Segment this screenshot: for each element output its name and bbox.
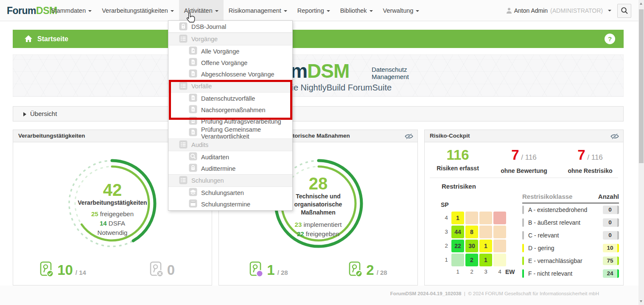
stat-value: 0 xyxy=(167,263,175,278)
hide-panel-icon[interactable] xyxy=(405,133,413,141)
matrix-cell-sp2-ew3[interactable]: 1 xyxy=(479,240,492,252)
restrisiko-row-f[interactable]: F - nicht relevant24 xyxy=(522,267,619,280)
restrisiko-row-e[interactable]: E - vernachlässigbar75 xyxy=(522,254,619,267)
search-icon xyxy=(189,152,197,162)
menu-item-label: Vorgänge xyxy=(191,36,218,42)
doc-icon xyxy=(189,58,197,68)
nav-item-risikomanagement[interactable]: Risikomanagement xyxy=(224,0,292,21)
matrix-cell-sp3-ew4[interactable] xyxy=(493,226,506,238)
matrix-cell-sp1-ew2[interactable]: 2 xyxy=(465,254,478,266)
nav-item-stammdaten[interactable]: Stammdaten xyxy=(46,0,97,21)
matrix-cell-sp4-ew4[interactable] xyxy=(493,212,506,224)
highlight-red-box xyxy=(169,80,292,120)
user-menu[interactable]: Anton Admin (ADMINISTRATOR) xyxy=(507,7,611,14)
tom-donut-lines: 23 implementiert22 freigegeben xyxy=(219,220,417,239)
menu-item-schulungsarten[interactable]: Schulungsarten xyxy=(168,187,292,198)
matrix-col-label: 4 xyxy=(493,268,506,275)
class-count-badge: 0 xyxy=(603,206,619,214)
annotation-number: 23 xyxy=(295,221,302,228)
banner-tagline-line2: Management xyxy=(372,73,409,80)
nav-item-verwaltung[interactable]: Verwaltung xyxy=(378,0,425,21)
vertical-scrollbar[interactable] xyxy=(638,0,644,305)
main-menu: StammdatenVerarbeitungstätigkeitenAktivi… xyxy=(46,0,424,21)
matrix-cell-sp1-ew4[interactable] xyxy=(493,254,506,266)
risk-kpi-ohne-restrisiko: 7 / 116ohne Restrisiko xyxy=(557,148,623,174)
nav-item-reporting[interactable]: Reporting xyxy=(292,0,335,21)
risk-kpis: 116Risiken erfasst7 / 116ohne Bewertung7… xyxy=(425,148,623,174)
stat-value: 10 xyxy=(57,263,73,278)
class-label: E - vernachlässigbar xyxy=(528,257,603,264)
menu-item-offene-vorgänge[interactable]: Offene Vorgänge xyxy=(168,57,292,68)
chevron-down-icon xyxy=(370,10,373,12)
scrollbar-thumb[interactable] xyxy=(639,9,644,163)
overview-collapser[interactable]: Übersicht xyxy=(13,106,624,121)
restrisiko-row-a[interactable]: A - existenzbedrohend0 xyxy=(522,203,619,216)
risk-kpi-value: 7 / 116 xyxy=(557,148,623,165)
matrix-row-label: 4 xyxy=(443,212,449,224)
menu-item-label: Schulungstermine xyxy=(201,201,250,208)
divider xyxy=(430,178,618,178)
nav-item-label: Stammdaten xyxy=(51,7,86,14)
matrix-x-axis-label: EW xyxy=(505,268,515,275)
nav-item-label: Reporting xyxy=(297,7,324,14)
class-color-bar xyxy=(522,218,524,227)
matrix-cell-sp2-ew4[interactable] xyxy=(493,240,506,252)
nav-item-verarbeitungstätigkeiten[interactable]: Verarbeitungstätigkeiten xyxy=(97,0,179,21)
page-header-bar: Startseite ? xyxy=(13,30,624,48)
kpi-total: / 116 xyxy=(585,153,603,161)
banner-tagline: Datenschutz Management xyxy=(372,66,409,80)
matrix-cell-sp3-ew2[interactable]: 8 xyxy=(465,226,478,238)
menu-item-label: Alle Vorgänge xyxy=(201,48,239,55)
user-icon xyxy=(507,8,512,14)
menu-item-label: Audittermine xyxy=(201,165,235,172)
footer: ForumDSM 2024-04.19_102038 | © 2024 FORU… xyxy=(0,285,644,305)
risk-kpi-risiken-erfasst: 116Risiken erfasst xyxy=(425,148,491,174)
menu-item-abgeschlossene-vorgänge[interactable]: Abgeschlossene Vorgänge xyxy=(168,68,292,80)
page-title: Startseite xyxy=(37,30,68,48)
restrisiko-table-rows: A - existenzbedrohend0B - äußerst releva… xyxy=(522,203,619,280)
matrix-cell-sp2-ew1[interactable]: 22 xyxy=(451,240,464,252)
matrix-cell-sp4-ew2[interactable] xyxy=(465,212,478,224)
risk-kpi-value: 116 xyxy=(425,148,491,162)
menu-item-alle-vorgänge[interactable]: Alle Vorgänge xyxy=(168,45,292,57)
restrisiko-row-b[interactable]: B - äußerst relevant0 xyxy=(522,216,619,229)
stat-pencil[interactable]: 2/ 28 xyxy=(318,261,417,280)
matrix-cell-sp1-ew1[interactable] xyxy=(451,254,464,266)
stat-x[interactable]: 0 xyxy=(112,261,212,280)
chevron-down-icon xyxy=(608,10,611,11)
scroll-up-arrow-icon[interactable] xyxy=(640,3,642,5)
stat-check[interactable]: 10/ 14 xyxy=(13,261,112,280)
menu-item-schulungstermine[interactable]: Schulungstermine xyxy=(168,198,292,210)
tom-stats: 1/ 28 2/ 28 xyxy=(219,261,417,280)
home-icon xyxy=(24,34,33,43)
restrisiko-row-c[interactable]: C - relevant0 xyxy=(522,229,619,242)
hide-panel-icon[interactable] xyxy=(610,133,619,141)
class-color-bar xyxy=(522,244,524,252)
matrix-cell-sp2-ew2[interactable]: 30 xyxy=(465,240,478,252)
help-button[interactable]: ? xyxy=(605,34,615,44)
menu-item-auditarten[interactable]: Auditarten xyxy=(168,151,292,163)
matrix-cell-sp1-ew3[interactable]: 1 xyxy=(479,254,492,266)
scroll-down-arrow-icon[interactable] xyxy=(640,300,642,302)
matrix-cell-sp4-ew1[interactable]: 1 xyxy=(451,212,464,224)
search-button[interactable] xyxy=(617,4,631,18)
matrix-cell-sp4-ew3[interactable] xyxy=(479,212,492,224)
menu-item-audittermine[interactable]: Audittermine xyxy=(168,163,292,174)
annotation-number: 22 xyxy=(297,230,304,237)
menu-section-schulungen: Schulungen xyxy=(168,174,292,187)
col-anzahl: Anzahl xyxy=(598,193,619,200)
matrix-cell-sp3-ew1[interactable]: 44 xyxy=(451,226,464,238)
restrisiko-row-d[interactable]: D - gering10 xyxy=(522,242,619,254)
chevron-down-icon xyxy=(88,10,92,12)
collapse-arrow-icon xyxy=(23,112,26,116)
menu-item-prüfung-gemeinsame-verantwortlichkeit[interactable]: Prüfung Gemeinsame Verantwortlichkeit xyxy=(168,127,292,138)
banner-tagline-line1: Datenschutz xyxy=(372,66,409,73)
matrix-cell-sp3-ew3[interactable] xyxy=(479,226,492,238)
nav-item-bibliothek[interactable]: Bibliothek xyxy=(335,0,378,21)
donut-annotation: 23 implementiert xyxy=(219,220,417,229)
kpi-number: 7 xyxy=(511,147,519,163)
kpi-total: / 116 xyxy=(519,153,537,161)
stat-dot[interactable]: 1/ 28 xyxy=(219,261,318,280)
nav-item-label: Verarbeitungstätigkeiten xyxy=(102,7,168,14)
brand-banner: ForumDSM Datenschutz Management Die Nigh… xyxy=(13,54,624,97)
